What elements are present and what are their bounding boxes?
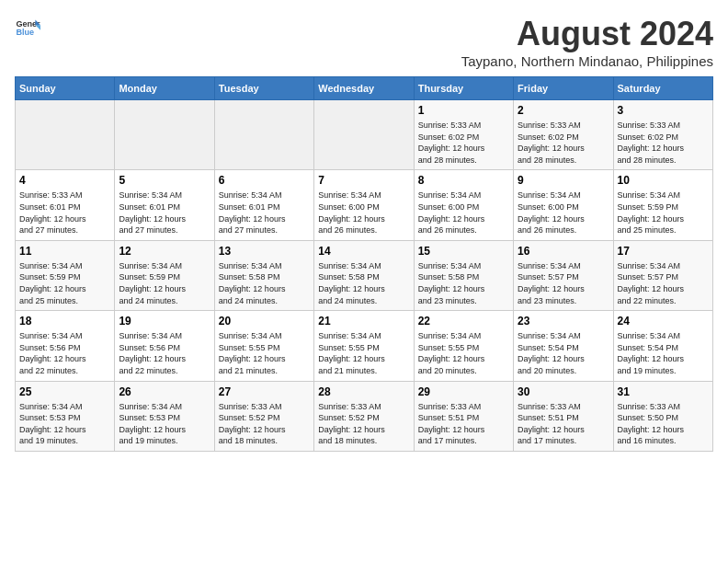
day-number: 10 [618,174,709,187]
week-row-0: 1Sunrise: 5:33 AM Sunset: 6:02 PM Daylig… [16,100,713,170]
day-number: 23 [518,315,609,327]
day-number: 28 [318,385,409,398]
header-wednesday: Wednesday [314,77,414,100]
day-cell: 19Sunrise: 5:34 AM Sunset: 5:56 PM Dayli… [115,311,214,381]
day-info: Sunrise: 5:33 AM Sunset: 5:50 PM Dayligh… [618,401,709,447]
day-cell: 23Sunrise: 5:34 AM Sunset: 5:54 PM Dayli… [514,311,613,381]
day-cell: 5Sunrise: 5:34 AM Sunset: 6:01 PM Daylig… [115,170,214,240]
day-info: Sunrise: 5:34 AM Sunset: 6:01 PM Dayligh… [219,190,310,236]
day-info: Sunrise: 5:34 AM Sunset: 5:57 PM Dayligh… [518,260,609,306]
day-number: 3 [618,104,709,117]
day-cell: 31Sunrise: 5:33 AM Sunset: 5:50 PM Dayli… [613,381,712,451]
day-number: 19 [119,315,210,327]
day-info: Sunrise: 5:34 AM Sunset: 5:53 PM Dayligh… [119,401,210,447]
day-number: 26 [119,385,210,398]
day-cell: 24Sunrise: 5:34 AM Sunset: 5:54 PM Dayli… [613,311,712,381]
day-cell [214,100,313,170]
day-number: 5 [119,174,210,187]
day-info: Sunrise: 5:34 AM Sunset: 6:00 PM Dayligh… [418,190,509,236]
header-friday: Friday [514,77,613,100]
week-row-2: 11Sunrise: 5:34 AM Sunset: 5:59 PM Dayli… [16,240,713,310]
day-number: 13 [219,245,310,258]
day-number: 14 [318,245,409,258]
day-number: 21 [318,315,409,327]
day-cell: 13Sunrise: 5:34 AM Sunset: 5:58 PM Dayli… [214,240,313,310]
day-number: 1 [418,104,509,117]
day-cell: 28Sunrise: 5:33 AM Sunset: 5:52 PM Dayli… [314,381,414,451]
day-cell: 6Sunrise: 5:34 AM Sunset: 6:01 PM Daylig… [214,170,313,240]
day-number: 17 [618,245,709,258]
day-number: 15 [418,245,509,258]
day-cell: 12Sunrise: 5:34 AM Sunset: 5:59 PM Dayli… [115,240,214,310]
day-cell: 10Sunrise: 5:34 AM Sunset: 5:59 PM Dayli… [613,170,712,240]
day-info: Sunrise: 5:34 AM Sunset: 5:59 PM Dayligh… [19,260,110,306]
header: General Blue August 2024 Taypano, Northe… [15,15,713,69]
header-tuesday: Tuesday [214,77,313,100]
day-info: Sunrise: 5:33 AM Sunset: 5:52 PM Dayligh… [318,401,409,447]
day-cell: 11Sunrise: 5:34 AM Sunset: 5:59 PM Dayli… [16,240,115,310]
day-cell: 29Sunrise: 5:33 AM Sunset: 5:51 PM Dayli… [414,381,513,451]
logo: General Blue [15,15,40,40]
day-info: Sunrise: 5:34 AM Sunset: 5:56 PM Dayligh… [19,330,110,376]
day-info: Sunrise: 5:34 AM Sunset: 5:55 PM Dayligh… [418,330,509,376]
day-info: Sunrise: 5:33 AM Sunset: 6:02 PM Dayligh… [518,120,609,166]
day-info: Sunrise: 5:34 AM Sunset: 6:00 PM Dayligh… [518,190,609,236]
day-cell: 18Sunrise: 5:34 AM Sunset: 5:56 PM Dayli… [16,311,115,381]
day-cell: 3Sunrise: 5:33 AM Sunset: 6:02 PM Daylig… [613,100,712,170]
day-number: 30 [518,385,609,398]
day-number: 6 [219,174,310,187]
header-monday: Monday [115,77,214,100]
header-sunday: Sunday [16,77,115,100]
calendar-header: SundayMondayTuesdayWednesdayThursdayFrid… [16,77,713,100]
day-cell: 2Sunrise: 5:33 AM Sunset: 6:02 PM Daylig… [514,100,613,170]
day-cell: 7Sunrise: 5:34 AM Sunset: 6:00 PM Daylig… [314,170,414,240]
day-info: Sunrise: 5:34 AM Sunset: 5:58 PM Dayligh… [219,260,310,306]
day-cell: 16Sunrise: 5:34 AM Sunset: 5:57 PM Dayli… [514,240,613,310]
day-number: 31 [618,385,709,398]
day-cell: 22Sunrise: 5:34 AM Sunset: 5:55 PM Dayli… [414,311,513,381]
day-info: Sunrise: 5:33 AM Sunset: 5:51 PM Dayligh… [418,401,509,447]
day-cell: 20Sunrise: 5:34 AM Sunset: 5:55 PM Dayli… [214,311,313,381]
day-number: 29 [418,385,509,398]
day-info: Sunrise: 5:34 AM Sunset: 5:59 PM Dayligh… [618,190,709,236]
day-number: 7 [318,174,409,187]
calendar-table: SundayMondayTuesdayWednesdayThursdayFrid… [15,76,713,452]
day-info: Sunrise: 5:34 AM Sunset: 6:01 PM Dayligh… [119,190,210,236]
day-number: 24 [618,315,709,327]
day-number: 22 [418,315,509,327]
day-info: Sunrise: 5:33 AM Sunset: 6:02 PM Dayligh… [618,120,709,166]
day-cell: 26Sunrise: 5:34 AM Sunset: 5:53 PM Dayli… [115,381,214,451]
day-info: Sunrise: 5:34 AM Sunset: 5:54 PM Dayligh… [618,330,709,376]
day-number: 11 [19,245,110,258]
week-row-1: 4Sunrise: 5:33 AM Sunset: 6:01 PM Daylig… [16,170,713,240]
day-number: 18 [19,315,110,327]
week-row-3: 18Sunrise: 5:34 AM Sunset: 5:56 PM Dayli… [16,311,713,381]
day-cell: 4Sunrise: 5:33 AM Sunset: 6:01 PM Daylig… [16,170,115,240]
day-cell: 9Sunrise: 5:34 AM Sunset: 6:00 PM Daylig… [514,170,613,240]
day-number: 8 [418,174,509,187]
day-cell [314,100,414,170]
day-info: Sunrise: 5:34 AM Sunset: 5:59 PM Dayligh… [119,260,210,306]
day-cell: 27Sunrise: 5:33 AM Sunset: 5:52 PM Dayli… [214,381,313,451]
day-number: 20 [219,315,310,327]
day-info: Sunrise: 5:34 AM Sunset: 5:53 PM Dayligh… [19,401,110,447]
day-cell: 17Sunrise: 5:34 AM Sunset: 5:57 PM Dayli… [613,240,712,310]
day-info: Sunrise: 5:34 AM Sunset: 5:54 PM Dayligh… [518,330,609,376]
day-cell [16,100,115,170]
calendar-body: 1Sunrise: 5:33 AM Sunset: 6:02 PM Daylig… [16,100,713,452]
day-info: Sunrise: 5:34 AM Sunset: 5:58 PM Dayligh… [418,260,509,306]
day-cell: 15Sunrise: 5:34 AM Sunset: 5:58 PM Dayli… [414,240,513,310]
day-info: Sunrise: 5:34 AM Sunset: 5:56 PM Dayligh… [119,330,210,376]
day-number: 9 [518,174,609,187]
logo-icon: General Blue [15,15,40,40]
day-number: 25 [19,385,110,398]
day-number: 2 [518,104,609,117]
day-info: Sunrise: 5:33 AM Sunset: 5:51 PM Dayligh… [518,401,609,447]
day-info: Sunrise: 5:33 AM Sunset: 6:01 PM Dayligh… [19,190,110,236]
day-info: Sunrise: 5:33 AM Sunset: 5:52 PM Dayligh… [219,401,310,447]
day-info: Sunrise: 5:34 AM Sunset: 6:00 PM Dayligh… [318,190,409,236]
week-row-4: 25Sunrise: 5:34 AM Sunset: 5:53 PM Dayli… [16,381,713,451]
day-number: 16 [518,245,609,258]
day-cell: 14Sunrise: 5:34 AM Sunset: 5:58 PM Dayli… [314,240,414,310]
header-thursday: Thursday [414,77,513,100]
